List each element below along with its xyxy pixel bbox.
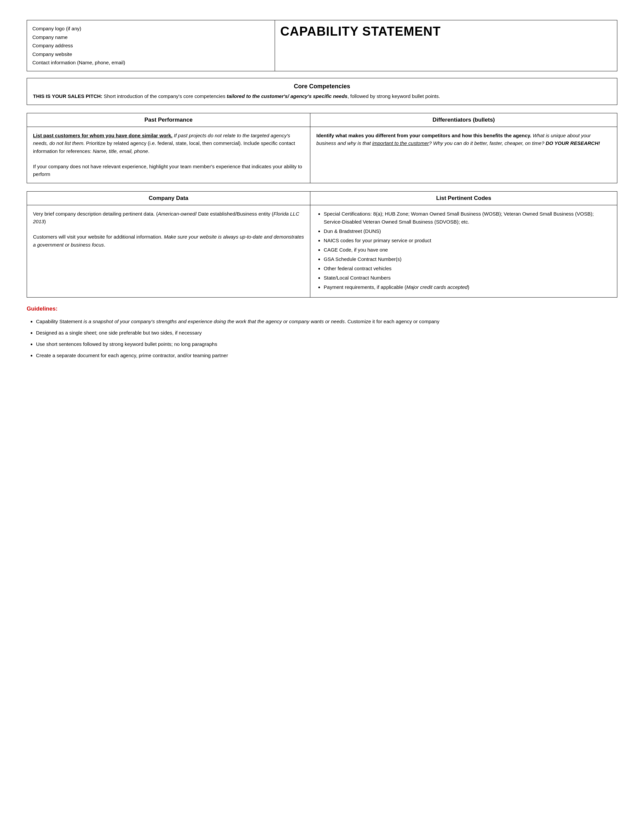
core-competencies-body: THIS IS YOUR SALES PITCH: Short introduc…: [33, 93, 611, 100]
diff-italic-body2: ? Why you can do it better, faster, chea…: [429, 140, 546, 146]
guideline-1-suffix: . Customize it for each agency or compan…: [345, 318, 440, 324]
sales-pitch-trailing: , followed by strong keyword bullet poin…: [347, 93, 440, 99]
guideline-item-4: Create a separate document for each agen…: [36, 352, 617, 360]
guideline-item-2: Designed as a single sheet; one side pre…: [36, 329, 617, 337]
logo-line-4: Company website: [32, 51, 72, 57]
codes-item-5: GSA Schedule Contract Number(s): [324, 255, 611, 263]
codes-item-8-italic: Major credit cards accepted: [406, 284, 468, 290]
cd-body2: Customers will visit your website for ad…: [33, 234, 164, 240]
company-data-table: Company Data List Pertinent Codes Very b…: [27, 191, 617, 298]
cd-body1: Very brief company description detailing…: [33, 211, 158, 217]
sales-pitch-label: THIS IS YOUR SALES PITCH:: [33, 93, 102, 99]
past-performance-header: Past Performance: [27, 113, 310, 127]
logo-line-5: Contact information (Name, phone, email): [32, 60, 125, 65]
codes-item-7: State/Local Contract Numbers: [324, 274, 611, 282]
codes-item-2: Dun & Bradstreet (DUNS): [324, 227, 611, 235]
capability-statement-title: CAPABILITY STATEMENT: [280, 24, 441, 38]
guideline-1-italic: is a snapshot of your company's strength…: [84, 318, 345, 324]
core-competencies-section: Core Competencies THIS IS YOUR SALES PIT…: [27, 78, 617, 105]
differentiators-header: Differentiators (bullets): [310, 113, 617, 127]
guideline-4-text: Create a separate document for each agen…: [36, 352, 228, 358]
company-info-cell: Company logo (if any) Company name Compa…: [27, 20, 275, 71]
codes-item-3: NAICS codes for your primary service or …: [324, 236, 611, 244]
guideline-2-text: Designed as a single sheet; one side pre…: [36, 330, 202, 336]
pp-italic-refs: Name, title, email, phone: [93, 148, 148, 154]
capability-title-cell: CAPABILITY STATEMENT: [275, 20, 617, 71]
logo-line-3: Company address: [32, 43, 73, 48]
guideline-item-3: Use short sentences followed by strong k…: [36, 340, 617, 348]
cd-italic1: American-owned: [158, 211, 195, 217]
diff-bold-intro: Identify what makes you different from y…: [316, 133, 531, 138]
guidelines-title: Guidelines:: [27, 306, 617, 312]
logo-line-2: Company name: [32, 34, 68, 40]
header-table: Company logo (if any) Company name Compa…: [27, 20, 617, 71]
pp-bold-underline: List past customers for whom you have do…: [33, 133, 172, 138]
sales-pitch-text: Short introduction of the company's core…: [102, 93, 227, 99]
cd-body1c: ): [44, 219, 46, 224]
pp-body3: If your company does not have relevant e…: [33, 164, 302, 177]
guidelines-section: Guidelines: Capability Statement is a sn…: [27, 306, 617, 360]
diff-italic-underline: important to the customer: [372, 140, 429, 146]
diff-cta: DO YOUR RESEARCH!: [546, 140, 600, 146]
pertinent-codes-header: List Pertinent Codes: [310, 191, 617, 205]
differentiators-cell: Identify what makes you different from y…: [310, 127, 617, 183]
guideline-1-prefix: Capability Statement: [36, 318, 84, 324]
performance-differentiators-table: Past Performance Differentiators (bullet…: [27, 113, 617, 183]
codes-item-1: Special Certifications: 8(a); HUB Zone; …: [324, 210, 611, 226]
guideline-3-text: Use short sentences followed by strong k…: [36, 341, 217, 347]
codes-item-8: Payment requirements, if applicable (Maj…: [324, 283, 611, 291]
guidelines-list: Capability Statement is a snapshot of yo…: [27, 318, 617, 360]
guideline-item-1: Capability Statement is a snapshot of yo…: [36, 318, 617, 326]
company-data-cell: Very brief company description detailing…: [27, 205, 310, 297]
core-competencies-title: Core Competencies: [33, 83, 611, 90]
cd-body2b: .: [104, 242, 105, 248]
pp-body2: .: [148, 148, 149, 154]
pertinent-codes-cell: Special Certifications: 8(a); HUB Zone; …: [310, 205, 617, 297]
sales-pitch-italic: tailored to the customer's/ agency's spe…: [227, 93, 347, 99]
codes-item-6: Other federal contract vehicles: [324, 265, 611, 273]
codes-item-4: CAGE Code, if you have one: [324, 246, 611, 254]
codes-list: Special Certifications: 8(a); HUB Zone; …: [316, 210, 611, 291]
cd-body1b: / Date established/Business entity (: [195, 211, 273, 217]
logo-line-1: Company logo (if any): [32, 26, 81, 31]
past-performance-cell: List past customers for whom you have do…: [27, 127, 310, 183]
company-data-header: Company Data: [27, 191, 310, 205]
